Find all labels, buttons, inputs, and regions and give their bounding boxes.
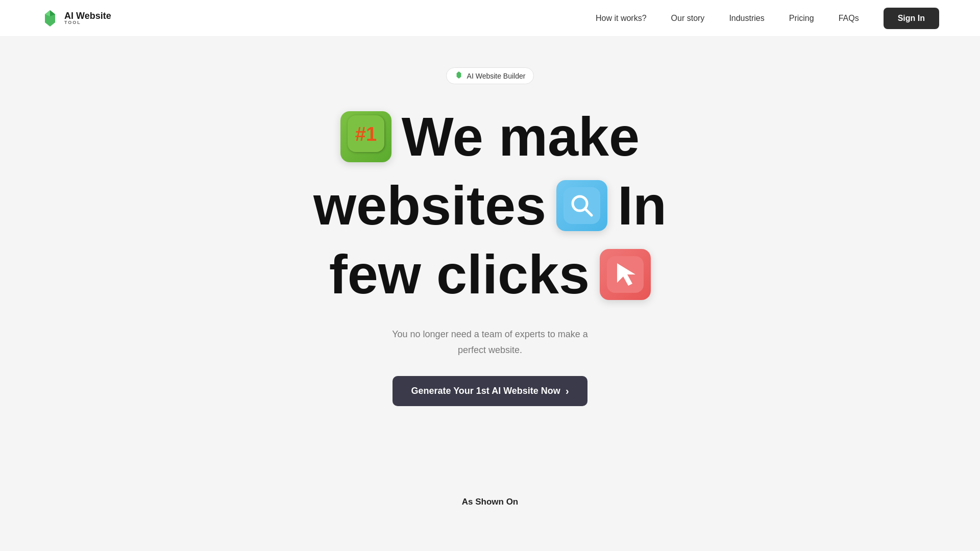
svg-rect-6 — [564, 187, 600, 224]
nav-pricing[interactable]: Pricing — [789, 14, 814, 23]
header: AI Website TOOL How it works? Our story … — [0, 0, 980, 37]
nav-faqs[interactable]: FAQs — [839, 14, 859, 23]
logo-main-text: AI Website — [64, 11, 111, 20]
nav-industries[interactable]: Industries — [729, 14, 764, 23]
navigation: How it works? Our story Industries Prici… — [596, 8, 939, 29]
subtitle-line1: You no longer need a team of experts to … — [392, 329, 588, 339]
headline-text-3: few clicks — [329, 242, 590, 306]
cta-label: Generate Your 1st AI Website Now — [411, 386, 560, 396]
subtitle-line2: perfect website. — [458, 345, 522, 355]
badge-icon — [455, 71, 463, 81]
main-content: AI Website Builder #1 We make websites — [0, 0, 980, 551]
headline-text-2b: In — [618, 173, 667, 237]
headline-row-1: #1 We make — [340, 105, 640, 168]
hero-section: AI Website Builder #1 We make websites — [0, 37, 980, 528]
number-one-icon: #1 — [340, 111, 391, 162]
sign-in-button[interactable]: Sign In — [884, 8, 939, 29]
logo-text: AI Website TOOL — [64, 11, 111, 25]
svg-marker-3 — [456, 71, 461, 79]
badge-label: AI Website Builder — [467, 72, 526, 80]
headline-text-2: websites — [313, 173, 546, 237]
search-app-icon — [556, 180, 607, 231]
headline-row-2: websites In — [313, 173, 667, 237]
cta-arrow-icon: › — [566, 385, 569, 397]
logo[interactable]: AI Website TOOL — [41, 9, 111, 28]
nav-our-story[interactable]: Our story — [671, 14, 705, 23]
svg-text:#1: #1 — [355, 123, 377, 145]
cursor-app-icon — [600, 249, 651, 300]
headline-row-3: few clicks — [329, 242, 651, 306]
thumbnails-row — [316, 431, 664, 477]
logo-sub-text: TOOL — [64, 20, 111, 25]
as-shown-on-label: As Shown On — [462, 497, 519, 507]
nav-how-it-works[interactable]: How it works? — [596, 14, 647, 23]
cta-button[interactable]: Generate Your 1st AI Website Now › — [393, 376, 587, 406]
headline-text-1: We make — [402, 105, 640, 168]
logo-icon — [41, 9, 59, 28]
hero-subtitle: You no longer need a team of experts to … — [392, 327, 588, 358]
hero-badge: AI Website Builder — [446, 67, 534, 84]
